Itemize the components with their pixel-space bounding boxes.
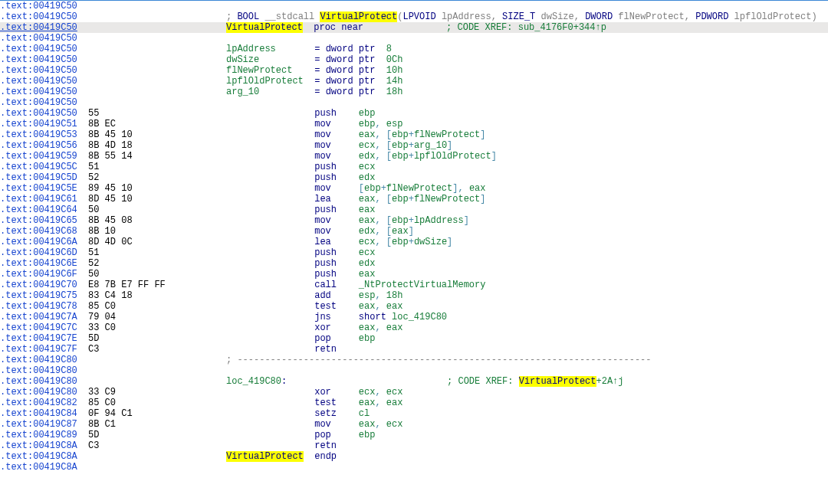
address[interactable]: .text:00419C5D [0, 172, 88, 183]
disasm-text[interactable] [226, 462, 828, 473]
asm-row[interactable]: .text:00419C50dwSize = dword ptr 0Ch [0, 54, 828, 65]
asm-row[interactable]: .text:00419C50 [0, 97, 828, 108]
asm-row[interactable]: .text:00419C7A79 04 jns short loc_419C80 [0, 312, 828, 322]
disasm-text[interactable]: VirtualProtect endp [226, 451, 828, 462]
asm-row[interactable]: .text:00419C50VirtualProtect proc near ;… [0, 22, 828, 33]
address[interactable]: .text:00419C59 [0, 151, 88, 162]
disasm-text[interactable]: ; --------------------------------------… [226, 355, 828, 365]
address[interactable]: .text:00419C7C [0, 322, 88, 333]
asm-row[interactable]: .text:00419C688B 10 mov edx, [eax] [0, 226, 828, 237]
address[interactable]: .text:00419C5E [0, 183, 88, 194]
disasm-text[interactable]: retn [226, 440, 828, 451]
disasm-text[interactable]: lpAddress = dword ptr 8 [226, 44, 828, 54]
address[interactable]: .text:00419C50 [0, 76, 88, 87]
disasm-text[interactable]: mov [ebp+flNewProtect], eax [226, 183, 828, 194]
disasm-text[interactable]: loc_419C80: ; CODE XREF: VirtualProtect+… [226, 376, 828, 387]
address[interactable]: .text:00419C75 [0, 290, 88, 301]
disasm-text[interactable]: flNewProtect = dword ptr 10h [226, 65, 828, 76]
asm-row[interactable]: .text:00419C50lpAddress = dword ptr 8 [0, 44, 828, 54]
asm-row[interactable]: .text:00419C618D 45 10 lea eax, [ebp+flN… [0, 194, 828, 205]
address[interactable]: .text:00419C80 [0, 365, 88, 376]
address[interactable]: .text:00419C7F [0, 344, 88, 355]
asm-row[interactable]: .text:00419C80loc_419C80: ; CODE XREF: V… [0, 376, 828, 387]
asm-row[interactable]: .text:00419C8AVirtualProtect endp [0, 451, 828, 462]
asm-row[interactable]: .text:00419C6E52 push edx [0, 258, 828, 269]
disasm-text[interactable] [226, 97, 828, 108]
asm-row[interactable]: .text:00419C518B EC mov ebp, esp [0, 119, 828, 129]
asm-row[interactable]: .text:00419C50; BOOL __stdcall VirtualPr… [0, 11, 828, 22]
disasm-text[interactable]: lea eax, [ebp+flNewProtect] [226, 194, 828, 205]
asm-row[interactable]: .text:00419C50flNewProtect = dword ptr 1… [0, 65, 828, 76]
disasm-text[interactable]: push eax [226, 205, 828, 215]
disasm-text[interactable] [226, 33, 828, 44]
address[interactable]: .text:00419C70 [0, 280, 88, 290]
address[interactable]: .text:00419C5C [0, 162, 88, 172]
disasm-text[interactable]: add esp, 18h [226, 290, 828, 301]
disasm-text[interactable]: lpflOldProtect = dword ptr 14h [226, 76, 828, 87]
asm-row[interactable]: .text:00419C50arg_10 = dword ptr 18h [0, 87, 828, 97]
asm-row[interactable]: .text:00419C5C51 push ecx [0, 162, 828, 172]
address[interactable]: .text:00419C50 [0, 65, 88, 76]
address[interactable]: .text:00419C82 [0, 398, 88, 408]
disasm-text[interactable]: push edx [226, 258, 828, 269]
address[interactable]: .text:00419C6A [0, 237, 88, 247]
address[interactable]: .text:00419C51 [0, 119, 88, 129]
asm-row[interactable]: .text:00419C6450 push eax [0, 205, 828, 215]
disasm-text[interactable]: push ecx [226, 162, 828, 172]
disasm-text[interactable]: call _NtProtectVirtualMemory [226, 280, 828, 290]
asm-row[interactable]: .text:00419C5D52 push edx [0, 172, 828, 183]
asm-row[interactable]: .text:00419C8A [0, 462, 828, 473]
asm-row[interactable]: .text:00419C598B 55 14 mov edx, [ebp+lpf… [0, 151, 828, 162]
disasm-text[interactable]: VirtualProtect proc near ; CODE XREF: su… [226, 22, 828, 33]
asm-row[interactable]: .text:00419C50lpflOldProtect = dword ptr… [0, 76, 828, 87]
asm-row[interactable]: .text:00419C538B 45 10 mov eax, [ebp+flN… [0, 129, 828, 140]
address[interactable]: .text:00419C80 [0, 376, 88, 387]
address[interactable]: .text:00419C87 [0, 419, 88, 430]
disasm-text[interactable]: push ebp [226, 108, 828, 119]
disasm-text[interactable]: pop ebp [226, 430, 828, 440]
asm-row[interactable]: .text:00419C7E5D pop ebp [0, 333, 828, 344]
address[interactable]: .text:00419C50 [0, 1, 88, 11]
disasm-text[interactable]: mov edx, [eax] [226, 226, 828, 237]
asm-row[interactable]: .text:00419C6F50 push eax [0, 269, 828, 280]
address[interactable]: .text:00419C89 [0, 430, 88, 440]
disasm-text[interactable]: lea ecx, [ebp+dwSize] [226, 237, 828, 247]
address[interactable]: .text:00419C8A [0, 462, 88, 473]
disasm-text[interactable] [226, 1, 828, 11]
asm-row[interactable]: .text:00419C6A8D 4D 0C lea ecx, [ebp+dwS… [0, 237, 828, 247]
disasm-text[interactable]: jns short loc_419C80 [226, 312, 828, 322]
disassembly-view[interactable]: .text:00419C50.text:00419C50; BOOL __std… [0, 0, 828, 473]
address[interactable]: .text:00419C80 [0, 355, 88, 365]
disasm-text[interactable]: xor eax, eax [226, 322, 828, 333]
address[interactable]: .text:00419C8A [0, 440, 88, 451]
address[interactable]: .text:00419C84 [0, 408, 88, 419]
address[interactable]: .text:00419C50 [0, 33, 88, 44]
address[interactable]: .text:00419C50 [0, 97, 88, 108]
address[interactable]: .text:00419C50 [0, 108, 88, 119]
asm-row[interactable]: .text:00419C7C33 C0 xor eax, eax [0, 322, 828, 333]
asm-row[interactable]: .text:00419C8033 C9 xor ecx, ecx [0, 387, 828, 398]
disasm-text[interactable]: arg_10 = dword ptr 18h [226, 87, 828, 97]
asm-row[interactable]: .text:00419C568B 4D 18 mov ecx, [ebp+arg… [0, 140, 828, 151]
address[interactable]: .text:00419C7A [0, 312, 88, 322]
disasm-text[interactable]: pop ebp [226, 333, 828, 344]
address[interactable]: .text:00419C64 [0, 205, 88, 215]
disasm-text[interactable]: push ecx [226, 247, 828, 258]
disasm-text[interactable]: mov ebp, esp [226, 119, 828, 129]
disasm-text[interactable]: test eax, eax [226, 398, 828, 408]
address[interactable]: .text:00419C78 [0, 301, 88, 312]
disasm-text[interactable]: test eax, eax [226, 301, 828, 312]
asm-row[interactable]: .text:00419C70E8 7B E7 FF FF call _NtPro… [0, 280, 828, 290]
asm-row[interactable]: .text:00419C840F 94 C1 setz cl [0, 408, 828, 419]
asm-row[interactable]: .text:00419C80; ------------------------… [0, 355, 828, 365]
asm-row[interactable]: .text:00419C8AC3 retn [0, 440, 828, 451]
address[interactable]: .text:00419C53 [0, 129, 88, 140]
disasm-text[interactable]: mov eax, ecx [226, 419, 828, 430]
disasm-text[interactable]: mov eax, [ebp+flNewProtect] [226, 129, 828, 140]
asm-row[interactable]: .text:00419C7583 C4 18 add esp, 18h [0, 290, 828, 301]
disasm-text[interactable]: setz cl [226, 408, 828, 419]
address[interactable]: .text:00419C50 [0, 87, 88, 97]
disasm-text[interactable]: xor ecx, ecx [226, 387, 828, 398]
address[interactable]: .text:00419C56 [0, 140, 88, 151]
address[interactable]: .text:00419C50 [0, 44, 88, 54]
